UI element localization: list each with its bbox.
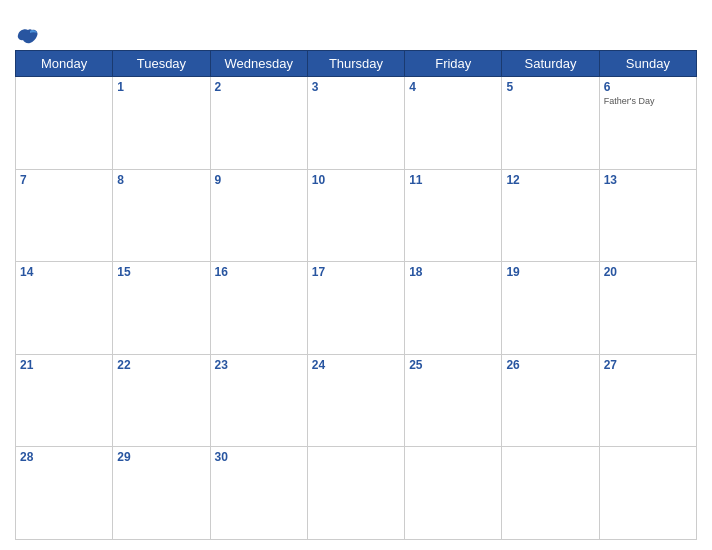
week-row-1: 123456Father's Day [16, 77, 697, 170]
day-number: 17 [312, 265, 400, 279]
day-cell: 23 [210, 354, 307, 447]
day-cell: 25 [405, 354, 502, 447]
day-number: 6 [604, 80, 692, 94]
day-cell: 9 [210, 169, 307, 262]
day-cell [307, 447, 404, 540]
day-number: 29 [117, 450, 205, 464]
day-number: 3 [312, 80, 400, 94]
day-number: 10 [312, 173, 400, 187]
day-number: 1 [117, 80, 205, 94]
day-number: 9 [215, 173, 303, 187]
day-header-tuesday: Tuesday [113, 51, 210, 77]
day-number: 13 [604, 173, 692, 187]
day-number: 7 [20, 173, 108, 187]
day-number: 16 [215, 265, 303, 279]
day-number: 18 [409, 265, 497, 279]
day-cell: 26 [502, 354, 599, 447]
day-header-friday: Friday [405, 51, 502, 77]
day-number: 19 [506, 265, 594, 279]
day-number: 20 [604, 265, 692, 279]
day-number: 12 [506, 173, 594, 187]
day-number: 23 [215, 358, 303, 372]
day-number: 24 [312, 358, 400, 372]
day-cell [16, 77, 113, 170]
holiday-label: Father's Day [604, 96, 692, 107]
day-cell: 5 [502, 77, 599, 170]
day-number: 15 [117, 265, 205, 279]
day-cell: 24 [307, 354, 404, 447]
week-row-4: 21222324252627 [16, 354, 697, 447]
day-cell [502, 447, 599, 540]
day-header-sunday: Sunday [599, 51, 696, 77]
week-row-5: 282930 [16, 447, 697, 540]
day-cell: 11 [405, 169, 502, 262]
bird-icon [17, 28, 39, 46]
day-cell: 17 [307, 262, 404, 355]
day-cell: 15 [113, 262, 210, 355]
day-header-monday: Monday [16, 51, 113, 77]
day-cell: 3 [307, 77, 404, 170]
day-number: 11 [409, 173, 497, 187]
day-header-wednesday: Wednesday [210, 51, 307, 77]
day-cell: 6Father's Day [599, 77, 696, 170]
day-number: 21 [20, 358, 108, 372]
day-number: 30 [215, 450, 303, 464]
day-cell: 12 [502, 169, 599, 262]
day-cell: 18 [405, 262, 502, 355]
week-row-3: 14151617181920 [16, 262, 697, 355]
day-cell: 28 [16, 447, 113, 540]
day-cell: 7 [16, 169, 113, 262]
day-cell: 22 [113, 354, 210, 447]
day-number: 25 [409, 358, 497, 372]
calendar-header [15, 10, 697, 46]
day-header-thursday: Thursday [307, 51, 404, 77]
day-number: 22 [117, 358, 205, 372]
day-cell: 30 [210, 447, 307, 540]
day-number: 14 [20, 265, 108, 279]
day-number: 26 [506, 358, 594, 372]
day-cell: 10 [307, 169, 404, 262]
day-cell: 20 [599, 262, 696, 355]
day-header-saturday: Saturday [502, 51, 599, 77]
day-cell [599, 447, 696, 540]
day-number: 2 [215, 80, 303, 94]
calendar-table: MondayTuesdayWednesdayThursdayFridaySatu… [15, 50, 697, 540]
day-cell [405, 447, 502, 540]
days-header-row: MondayTuesdayWednesdayThursdayFridaySatu… [16, 51, 697, 77]
day-cell: 2 [210, 77, 307, 170]
day-cell: 1 [113, 77, 210, 170]
logo-area [15, 10, 105, 46]
day-cell: 16 [210, 262, 307, 355]
day-number: 4 [409, 80, 497, 94]
day-cell: 8 [113, 169, 210, 262]
week-row-2: 78910111213 [16, 169, 697, 262]
day-cell: 4 [405, 77, 502, 170]
day-cell: 21 [16, 354, 113, 447]
day-cell: 14 [16, 262, 113, 355]
day-number: 27 [604, 358, 692, 372]
day-number: 28 [20, 450, 108, 464]
day-number: 5 [506, 80, 594, 94]
day-cell: 13 [599, 169, 696, 262]
day-number: 8 [117, 173, 205, 187]
day-cell: 19 [502, 262, 599, 355]
day-cell: 29 [113, 447, 210, 540]
day-cell: 27 [599, 354, 696, 447]
